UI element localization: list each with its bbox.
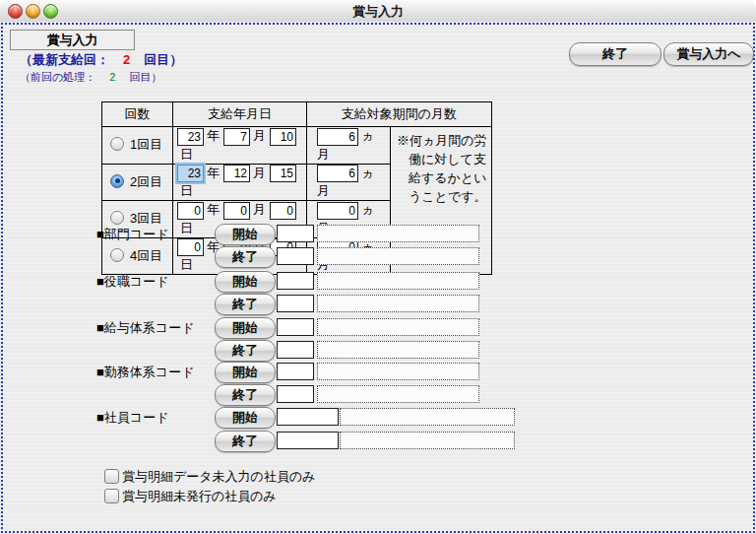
col-header-pay-date: 支給年月日 [173,102,307,127]
department-start-button[interactable]: 開始 [215,224,276,245]
bonus-input-window: 賞与入力 賞与入力 （最新支給回：2回目） （前回の処理：2回目） 終了 賞与入… [0,0,756,534]
window-content: 賞与入力 （最新支給回：2回目） （前回の処理：2回目） 終了 賞与入力へ 回数… [0,22,756,534]
year-unit: 年 [207,202,220,217]
unentered-bonus-detail-checkbox[interactable] [104,469,119,484]
round-1-label: 1回目 [130,137,162,152]
employee-start-name-display [340,408,515,426]
round-1-year-field[interactable]: 23 [177,128,204,146]
round-2-radio[interactable] [110,174,124,188]
department-end-code-field[interactable] [277,247,314,265]
day-unit: 日 [180,183,193,198]
day-unit: 日 [180,147,193,162]
round-2-label: 2回目 [130,174,162,189]
round-1-date-cell: 23年7月10日 [173,127,307,165]
window-title: 賞与入力 [0,3,756,21]
round-3-year-field[interactable]: 0 [177,202,204,220]
salary-system-start-name-display [317,318,479,336]
position-start-name-display [317,272,479,290]
day-unit: 日 [180,257,193,272]
unissued-bonus-detail-checkbox[interactable] [104,489,119,503]
work-system-start-button[interactable]: 開始 [215,362,276,383]
round-1-cell: 1回目 [102,127,173,165]
employee-end-code-field[interactable] [277,432,339,449]
round-1-month-field[interactable]: 7 [223,128,250,146]
section-label-position-code: ■役職コード [96,273,168,291]
position-end-button[interactable]: 終了 [215,294,276,315]
position-start-button[interactable]: 開始 [215,271,276,293]
department-end-name-display [317,247,479,265]
work-system-end-code-field[interactable] [277,385,314,403]
employee-start-code-field[interactable] [277,408,339,426]
latest-round-prefix: （最新支給回： [20,52,109,67]
round-2-months-cell: 6ヵ月 [307,164,391,201]
salary-system-end-code-field[interactable] [277,341,314,359]
latest-round-line: （最新支給回：2回目） [20,51,182,69]
round-2-months-field[interactable]: 6 [317,165,358,182]
department-end-button[interactable]: 終了 [215,246,276,268]
employee-end-name-display [340,432,515,449]
previous-round-suffix: 回目） [129,71,161,83]
section-label-work-system-code: ■勤務体系コード [96,364,194,381]
department-start-name-display [317,225,479,242]
round-1-months-field[interactable]: 6 [317,128,358,146]
month-unit: 月 [253,128,266,143]
work-system-start-name-display [317,363,479,380]
goto-bonus-input-button[interactable]: 賞与入力へ [663,42,754,66]
salary-system-start-button[interactable]: 開始 [215,317,276,339]
col-header-target-months: 支給対象期間の月数 [307,102,492,127]
section-label-salary-system-code: ■給与体系コード [96,319,194,337]
note-line: 働に対して支 [397,150,487,168]
round-3-radio[interactable] [110,211,124,225]
position-end-name-display [317,295,479,312]
salary-system-end-name-display [317,341,479,359]
round-4-radio[interactable] [110,248,124,262]
note-line: ※何ヵ月間の労 [397,131,487,150]
month-unit: 月 [253,166,266,180]
round-4-label: 4回目 [130,248,162,263]
employee-end-button[interactable]: 終了 [215,431,276,452]
round-3-months-field[interactable]: 0 [317,202,358,220]
year-unit: 年 [207,166,220,180]
round-2-year-field[interactable]: 23 [177,165,204,182]
unissued-bonus-detail-label: 賞与明細未発行の社員のみ [122,489,277,503]
position-end-code-field[interactable] [277,295,314,312]
employee-start-button[interactable]: 開始 [215,407,276,429]
salary-system-end-button[interactable]: 終了 [215,340,276,362]
previous-round-line: （前回の処理：2回目） [20,70,161,85]
position-start-code-field[interactable] [277,272,314,290]
round-2-day-field[interactable]: 15 [270,165,296,182]
department-start-code-field[interactable] [277,225,314,242]
note-line: 給するかとい [397,168,487,187]
work-system-end-name-display [317,385,479,403]
month-unit: 月 [253,202,266,217]
round-2-date-cell: 23年12月15日 [173,164,307,201]
round-2-month-field[interactable]: 12 [223,165,250,182]
table-row: 1回目 23年7月10日 6ヵ月 ※何ヵ月間の労 働に対して支 給するかとい う… [102,127,492,165]
round-3-month-field[interactable]: 0 [223,202,250,220]
latest-round-suffix: 回目） [144,52,182,67]
section-label-employee-code: ■社員コード [96,409,168,427]
round-3-day-field[interactable]: 0 [270,202,296,220]
section-label-department-code: ■部門コード [96,226,168,243]
round-1-day-field[interactable]: 10 [270,128,296,146]
round-2-cell: 2回目 [102,164,173,201]
quit-button[interactable]: 終了 [569,42,662,66]
latest-round-value: 2 [123,52,130,67]
round-3-label: 3回目 [130,211,162,226]
page-title: 賞与入力 [10,30,135,50]
year-unit: 年 [207,128,220,143]
note-line: うことです。 [397,187,487,206]
col-header-round: 回数 [102,102,173,127]
work-system-end-button[interactable]: 終了 [215,384,276,406]
work-system-start-code-field[interactable] [277,363,314,380]
round-1-radio[interactable] [110,137,124,151]
salary-system-start-code-field[interactable] [277,318,314,336]
title-bar: 賞与入力 [0,0,756,23]
previous-round-prefix: （前回の処理： [20,71,95,83]
previous-round-value: 2 [109,71,115,83]
day-unit: 日 [180,221,193,235]
unentered-bonus-detail-label: 賞与明細データ未入力の社員のみ [122,469,316,484]
round-1-months-cell: 6ヵ月 [307,127,391,165]
round-4-year-field[interactable]: 0 [177,238,204,256]
